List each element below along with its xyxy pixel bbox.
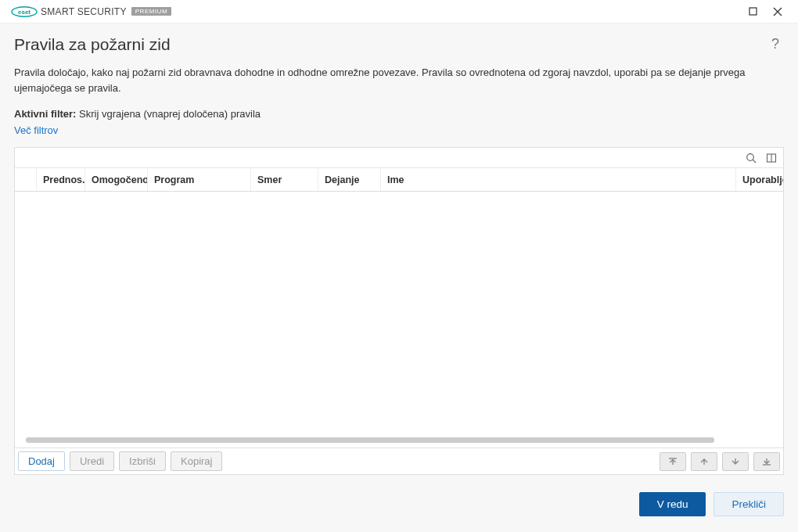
- col-enabled[interactable]: Omogočeno: [85, 168, 148, 191]
- edit-button[interactable]: Uredi: [70, 451, 114, 471]
- col-priority[interactable]: Prednos...: [37, 168, 85, 191]
- help-icon[interactable]: ?: [767, 34, 784, 54]
- col-action[interactable]: Dejanje: [318, 168, 381, 191]
- move-bottom-button[interactable]: [753, 452, 780, 471]
- brand: eset SMART SECURITY PREMIUM: [11, 6, 171, 17]
- brand-edition-badge: PREMIUM: [131, 7, 171, 16]
- table-toolbar: [15, 148, 783, 168]
- move-down-button[interactable]: [722, 452, 749, 471]
- ok-button[interactable]: V redu: [639, 492, 706, 516]
- horizontal-scrollbar[interactable]: [26, 437, 714, 443]
- move-up-button[interactable]: [691, 452, 717, 471]
- filter-label: Aktivni filter:: [14, 108, 76, 120]
- svg-rect-2: [749, 8, 757, 15]
- brand-logo-icon: eset: [11, 6, 38, 17]
- col-used[interactable]: Uporabljen: [736, 168, 783, 191]
- svg-point-3: [747, 153, 754, 160]
- arrow-top-icon: [667, 457, 678, 466]
- col-spacer: [15, 168, 37, 191]
- description-text: Pravila določajo, kako naj požarni zid o…: [14, 65, 773, 95]
- add-button[interactable]: Dodaj: [18, 451, 65, 471]
- search-icon[interactable]: [744, 151, 758, 165]
- svg-text:eset: eset: [18, 9, 31, 16]
- brand-product: SMART SECURITY: [41, 6, 127, 17]
- filter-value: Skrij vgrajena (vnaprej določena) pravil…: [79, 108, 261, 120]
- arrow-down-icon: [730, 457, 741, 466]
- more-filters-link[interactable]: Več filtrov: [14, 124, 784, 136]
- rules-table-panel: Prednos... Omogočeno Program Smer Dejanj…: [14, 147, 784, 475]
- page-title: Pravila za požarni zid: [14, 35, 171, 54]
- content-area: Pravila za požarni zid ? Pravila določaj…: [0, 23, 798, 532]
- col-program[interactable]: Program: [148, 168, 251, 191]
- columns-icon[interactable]: [764, 151, 778, 165]
- close-icon: [773, 7, 782, 16]
- table-action-bar: Dodaj Uredi Izbriši Kopiraj: [15, 448, 783, 474]
- col-name[interactable]: Ime: [381, 168, 736, 191]
- arrow-up-icon: [699, 457, 710, 466]
- active-filter-row: Aktivni filter: Skrij vgrajena (vnaprej …: [14, 108, 784, 120]
- titlebar: eset SMART SECURITY PREMIUM: [0, 0, 798, 23]
- col-direction[interactable]: Smer: [251, 168, 318, 191]
- dialog-footer: V redu Prekliči: [14, 475, 784, 532]
- delete-button[interactable]: Izbriši: [119, 451, 166, 471]
- close-button[interactable]: [765, 0, 790, 23]
- table-header: Prednos... Omogočeno Program Smer Dejanj…: [15, 168, 783, 192]
- copy-button[interactable]: Kopiraj: [171, 451, 222, 471]
- arrow-bottom-icon: [761, 457, 772, 466]
- move-top-button[interactable]: [660, 452, 686, 471]
- maximize-icon: [749, 7, 757, 16]
- table-body: [15, 192, 783, 448]
- cancel-button[interactable]: Prekliči: [714, 492, 784, 516]
- maximize-button[interactable]: [740, 0, 765, 23]
